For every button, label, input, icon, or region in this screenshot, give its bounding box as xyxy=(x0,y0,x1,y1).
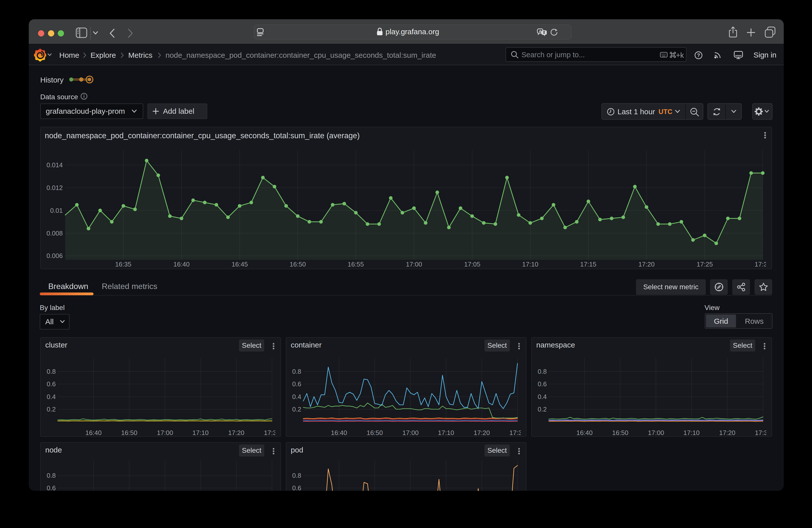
svg-text:?: ? xyxy=(697,53,700,58)
svg-text:A: A xyxy=(539,29,542,33)
